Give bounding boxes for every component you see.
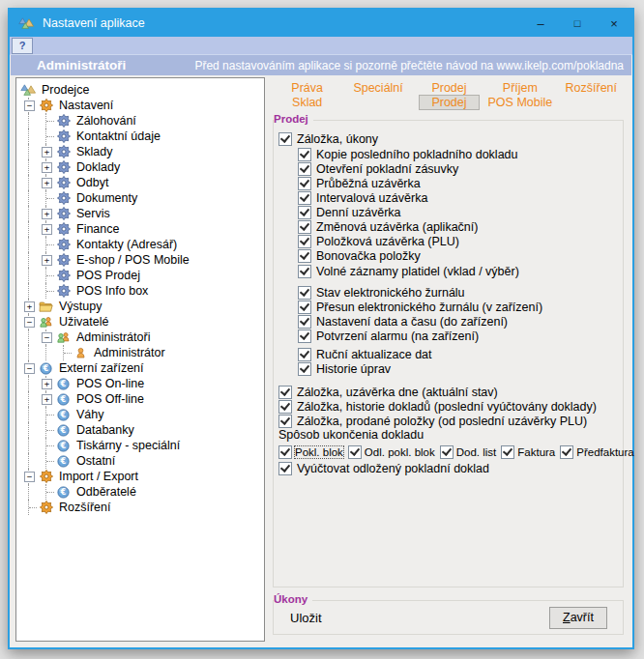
tab[interactable]: Speciální <box>342 81 413 95</box>
tree-expand-toggle[interactable]: + <box>42 162 52 173</box>
tree-item[interactable]: €Tiskárny - speciální <box>20 438 264 453</box>
checkbox[interactable] <box>298 286 311 300</box>
checkbox[interactable] <box>278 132 292 146</box>
tab[interactable]: Prodej <box>414 81 484 95</box>
close-icon[interactable]: × <box>596 10 632 37</box>
tree-item[interactable]: €Databanky <box>20 422 264 438</box>
checkbox-row[interactable]: Záložka, uzávěrka dne (aktuální stav) <box>278 385 617 399</box>
checkbox[interactable] <box>298 348 311 361</box>
checkbox[interactable] <box>278 445 292 459</box>
tree-expand-toggle[interactable]: + <box>42 224 52 235</box>
checkbox-row[interactable]: Položková uzávěrka (PLU) <box>298 234 617 248</box>
checkbox[interactable] <box>501 445 514 459</box>
tab[interactable]: Práva <box>272 81 342 95</box>
tree-expand-toggle[interactable]: + <box>42 147 52 158</box>
doc-type-option[interactable]: Dod. list <box>440 445 497 459</box>
tab[interactable]: Příjem <box>484 81 555 95</box>
tree-item[interactable]: Prodejce <box>20 82 264 98</box>
tree-item[interactable]: +E-shop / POS Mobile <box>20 252 264 268</box>
tree-expand-toggle[interactable]: + <box>42 394 52 405</box>
checkbox-row[interactable]: Otevření pokladní zásuvky <box>298 161 617 176</box>
tree-item[interactable]: +Doklady <box>20 159 264 175</box>
tree-item[interactable]: POS Info box <box>20 283 264 299</box>
checkbox-row[interactable]: Přesun elektronického žurnálu (v zařízen… <box>298 300 617 314</box>
checkbox-row[interactable]: Intervalová uzávěrka <box>298 190 617 205</box>
checkbox-row[interactable]: Potvrzení alarmu (na zařízení) <box>298 329 617 343</box>
tree-expand-toggle[interactable]: − <box>24 100 35 111</box>
tree-item[interactable]: −Administrátoři <box>20 330 264 345</box>
close-button[interactable]: Zavřít <box>549 607 607 629</box>
checkbox[interactable] <box>298 162 311 176</box>
tree-item[interactable]: Zálohování <box>20 113 264 129</box>
checkbox-row[interactable]: Denní uzávěrka <box>298 205 617 219</box>
save-action[interactable]: Uložit <box>290 611 322 625</box>
tree-item[interactable]: +Sklady <box>20 144 264 159</box>
tree-item[interactable]: €Odběratelé <box>20 484 264 500</box>
checkbox-row[interactable]: Volné záznamy platidel (vklad / výběr) <box>298 264 617 278</box>
tree-item[interactable]: POS Prodej <box>20 268 264 283</box>
checkbox[interactable] <box>278 415 292 428</box>
checkbox[interactable] <box>298 148 311 161</box>
checkbox[interactable] <box>298 206 311 219</box>
checkbox-row[interactable]: Záložka, úkony <box>278 131 617 146</box>
checkbox[interactable] <box>298 362 311 376</box>
tree-item[interactable]: Kontaktní údaje <box>20 129 264 144</box>
checkbox-row[interactable]: Stav elektronického žurnálu <box>298 285 617 300</box>
tree-item[interactable]: Rozšíření <box>20 500 264 515</box>
checkbox-row[interactable]: Kopie posledního pokladního dokladu <box>298 147 617 161</box>
doc-type-option[interactable]: Odl. pokl. blok <box>348 445 435 459</box>
checkbox[interactable] <box>298 191 311 205</box>
tree-item[interactable]: +€POS Off-line <box>20 391 264 407</box>
checkbox-row[interactable]: Bonovačka položky <box>298 248 617 263</box>
checkbox[interactable] <box>278 400 292 414</box>
tree-expand-toggle[interactable]: + <box>42 255 52 266</box>
tree-expand-toggle[interactable]: + <box>42 209 52 219</box>
checkbox[interactable] <box>298 249 311 263</box>
minimize-icon[interactable]: – <box>522 10 559 37</box>
checkbox-row[interactable]: Nastavení data a času (do zařízení) <box>298 314 617 329</box>
checkbox-row[interactable]: Průběžná uzávěrka <box>298 176 617 190</box>
checkbox[interactable] <box>298 301 311 314</box>
tree-item[interactable]: Administrátor <box>20 345 264 360</box>
tree-item[interactable]: +Finance <box>20 221 264 237</box>
tree-item[interactable]: Kontakty (Adresář) <box>20 237 264 252</box>
checkbox-row[interactable]: Ruční aktualizace dat <box>298 347 617 361</box>
help-button[interactable]: ? <box>12 38 33 54</box>
checkbox[interactable] <box>298 265 311 278</box>
checkbox[interactable] <box>298 235 311 248</box>
tree-item[interactable]: −Nastavení <box>20 98 264 113</box>
tree-expand-toggle[interactable]: − <box>24 317 35 328</box>
tree-item[interactable]: €Ostatní <box>20 453 264 469</box>
tab[interactable]: Rozšíření <box>556 81 627 95</box>
tree-expand-toggle[interactable]: + <box>42 178 52 188</box>
tree-item[interactable]: +Výstupy <box>20 299 264 314</box>
tree-item[interactable]: −Import / Export <box>20 469 264 484</box>
checkbox-row[interactable]: Záložka, prodané položky (od poslední uz… <box>278 414 617 428</box>
tree-item[interactable]: −€Externí zařízení <box>20 360 264 376</box>
tab-selected[interactable]: Prodej <box>419 95 479 110</box>
checkbox[interactable] <box>298 315 311 329</box>
tree-expand-toggle[interactable]: − <box>42 332 52 343</box>
tree-item[interactable]: +€POS On-line <box>20 376 264 391</box>
maximize-icon[interactable]: □ <box>559 10 596 37</box>
tree-item[interactable]: +Servis <box>20 206 264 221</box>
checkbox[interactable] <box>298 177 311 190</box>
checkbox[interactable] <box>348 445 362 459</box>
checkbox[interactable] <box>298 330 311 343</box>
tree-expand-toggle[interactable]: + <box>24 301 35 312</box>
doc-type-option[interactable]: Pokl. blok <box>278 445 343 459</box>
tree-item[interactable]: €Váhy <box>20 407 264 422</box>
checkbox[interactable] <box>298 220 311 234</box>
checkbox[interactable] <box>278 462 292 475</box>
checkbox[interactable] <box>440 445 454 459</box>
doc-type-option[interactable]: Předfaktura <box>560 445 633 459</box>
tree-expand-toggle[interactable]: + <box>42 379 52 389</box>
checkbox-row[interactable]: Vyúčtovat odložený pokladní doklad <box>278 461 617 475</box>
tab[interactable]: POS Mobile <box>484 96 555 109</box>
checkbox-row[interactable]: Historie úprav <box>298 361 617 376</box>
tree-item[interactable]: Dokumenty <box>20 190 264 206</box>
checkbox[interactable] <box>278 386 292 399</box>
tree-expand-toggle[interactable]: − <box>24 472 35 482</box>
doc-type-option[interactable]: Faktura <box>501 445 555 459</box>
checkbox-row[interactable]: Změnová uzávěrka (aplikační) <box>298 219 617 234</box>
